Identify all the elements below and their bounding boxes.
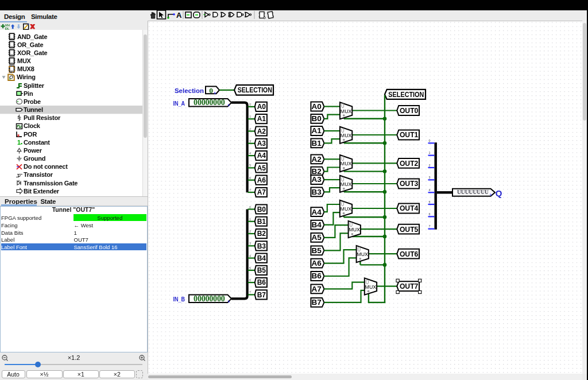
svg-text:MUX: MUX — [357, 251, 368, 257]
svg-text:1: 1 — [17, 139, 21, 146]
svg-text:B5: B5 — [312, 246, 322, 255]
svg-text:1: 1 — [429, 151, 431, 154]
svg-text:B7: B7 — [257, 291, 266, 299]
svg-text:0: 0 — [429, 139, 431, 142]
svg-text:6: 6 — [429, 212, 431, 216]
svg-text:0: 0 — [209, 86, 213, 95]
svg-text:4: 4 — [249, 254, 251, 258]
svg-text:OUT7: OUT7 — [400, 282, 419, 290]
svg-text:A5: A5 — [257, 164, 266, 172]
svg-text:5: 5 — [249, 164, 251, 167]
svg-text:B2: B2 — [257, 230, 266, 238]
svg-text:B0: B0 — [312, 114, 322, 123]
svg-text:A7: A7 — [312, 285, 322, 293]
svg-text:MUX: MUX — [349, 226, 360, 232]
svg-text:MUX: MUX — [341, 132, 352, 138]
svg-text:3: 3 — [249, 242, 251, 245]
svg-text:7: 7 — [429, 224, 431, 228]
svg-text:Tunnel: Tunnel — [24, 106, 43, 113]
svg-text:B1: B1 — [257, 218, 266, 226]
svg-text:b: b — [228, 103, 230, 107]
svg-text:Constant: Constant — [24, 139, 50, 146]
svg-text:Q: Q — [496, 188, 502, 198]
svg-text:Ground: Ground — [24, 155, 45, 162]
svg-text:Selection: Selection — [175, 87, 204, 94]
svg-text:B6: B6 — [257, 278, 266, 286]
svg-text:OUT2: OUT2 — [400, 159, 419, 168]
svg-text:00000000: 00000000 — [194, 294, 225, 303]
svg-text:MUX: MUX — [341, 160, 352, 166]
svg-text:6: 6 — [249, 278, 251, 282]
svg-text:MUX: MUX — [17, 57, 32, 64]
svg-text:IN_B: IN_B — [173, 296, 185, 303]
svg-text:A3: A3 — [312, 175, 322, 184]
svg-text:7: 7 — [249, 188, 251, 192]
svg-text:AND_Gate: AND_Gate — [17, 33, 48, 40]
svg-text:B1: B1 — [312, 139, 322, 148]
svg-text:b: b — [228, 300, 230, 303]
svg-text:MUX: MUX — [341, 181, 352, 187]
svg-text:A7: A7 — [257, 188, 266, 196]
svg-text:MUX: MUX — [341, 205, 352, 212]
svg-text:Pull Resistor: Pull Resistor — [24, 114, 61, 121]
svg-text:OUT5: OUT5 — [400, 225, 419, 234]
svg-text:Bit Extender: Bit Extender — [24, 188, 60, 195]
svg-text:A6: A6 — [257, 176, 266, 184]
svg-text:Probe: Probe — [24, 98, 41, 105]
svg-text:A3: A3 — [257, 139, 266, 148]
svg-text:B5: B5 — [257, 266, 266, 274]
svg-text:A4: A4 — [257, 152, 266, 160]
svg-text:1: 1 — [249, 115, 251, 118]
svg-text:B7: B7 — [312, 298, 322, 307]
svg-text:Do not connect: Do not connect — [24, 163, 68, 170]
svg-text:MUX: MUX — [365, 284, 377, 290]
svg-text:B2: B2 — [312, 167, 322, 176]
svg-text:OUT4: OUT4 — [400, 204, 419, 212]
svg-text:3: 3 — [429, 176, 431, 179]
svg-text:3: 3 — [249, 139, 251, 143]
svg-text:Power: Power — [24, 147, 42, 154]
svg-text:2: 2 — [249, 127, 251, 131]
svg-text:A5: A5 — [312, 233, 322, 242]
svg-text:Transmission Gate: Transmission Gate — [24, 180, 78, 187]
svg-text:A0: A0 — [312, 102, 322, 111]
svg-text:2: 2 — [429, 164, 431, 167]
svg-text:OR_Gate: OR_Gate — [17, 41, 43, 48]
svg-text:A6: A6 — [312, 259, 322, 267]
svg-text:SELECTION: SELECTION — [238, 86, 272, 94]
svg-text:OUT1: OUT1 — [400, 130, 419, 139]
svg-text:Pin: Pin — [24, 90, 33, 97]
svg-text:b: b — [214, 91, 216, 95]
svg-text:6: 6 — [249, 176, 251, 180]
svg-text:MUX8: MUX8 — [17, 65, 34, 72]
svg-text:A1: A1 — [257, 115, 266, 123]
svg-text:OUT0: OUT0 — [400, 106, 419, 115]
svg-text:A0: A0 — [257, 103, 266, 111]
svg-text:XOR_Gate: XOR_Gate — [17, 49, 48, 56]
svg-text:B0: B0 — [257, 205, 266, 214]
svg-text:A2: A2 — [312, 155, 322, 164]
svg-text:SELECTION: SELECTION — [388, 90, 424, 99]
svg-text:B4: B4 — [312, 220, 322, 229]
svg-text:A2: A2 — [257, 127, 266, 135]
svg-text:7: 7 — [249, 290, 251, 294]
svg-text:A: A — [176, 11, 182, 20]
svg-text:B3: B3 — [257, 242, 266, 250]
svg-text:IN_A: IN_A — [173, 100, 185, 107]
svg-text:UUUUUUUU: UUUUUUUU — [457, 189, 489, 195]
svg-text:4: 4 — [249, 152, 251, 155]
svg-text:POR: POR — [24, 131, 37, 138]
svg-text:Wiring: Wiring — [17, 73, 36, 80]
svg-text:0: 0 — [249, 205, 251, 209]
svg-text:5: 5 — [429, 200, 431, 204]
svg-text:MUX: MUX — [341, 108, 352, 114]
svg-text:OUT3: OUT3 — [400, 179, 419, 188]
svg-text:OUT6: OUT6 — [400, 250, 419, 258]
svg-text:2: 2 — [249, 230, 251, 233]
svg-text:00000000: 00000000 — [194, 98, 225, 107]
svg-text:Transistor: Transistor — [24, 171, 53, 178]
svg-text:5: 5 — [249, 266, 251, 270]
svg-text:Clock: Clock — [24, 122, 41, 129]
svg-text:4: 4 — [429, 188, 431, 192]
svg-text:B6: B6 — [312, 272, 322, 280]
